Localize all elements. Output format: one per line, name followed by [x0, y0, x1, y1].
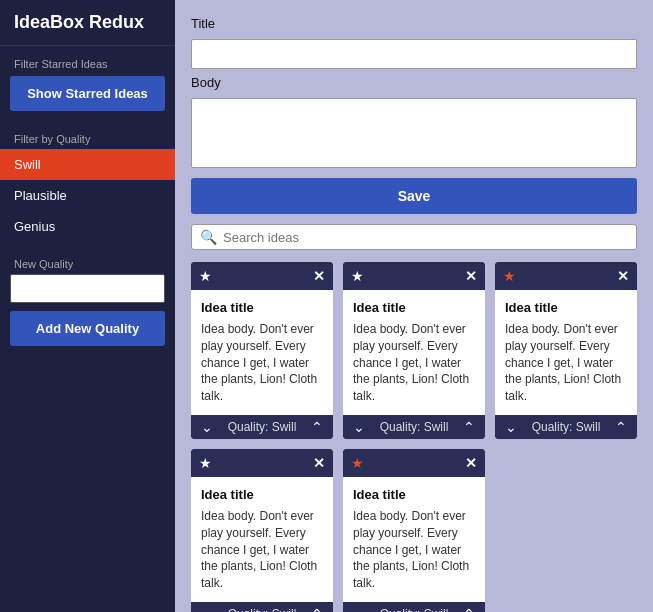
- card-footer: ⌄ Quality: Swill ⌃: [343, 602, 485, 612]
- card-body: Idea title Idea body. Don't ever play yo…: [191, 477, 333, 602]
- card-text: Idea body. Don't ever play yourself. Eve…: [201, 321, 323, 405]
- quality-filter-plausible[interactable]: Plausible: [0, 180, 175, 211]
- quality-filter-genius[interactable]: Genius: [0, 211, 175, 242]
- card-body: Idea title Idea body. Don't ever play yo…: [343, 290, 485, 415]
- card-text: Idea body. Don't ever play yourself. Eve…: [353, 321, 475, 405]
- filter-quality-label: Filter by Quality: [0, 123, 175, 149]
- card-title: Idea title: [353, 300, 475, 315]
- card-footer: ⌄ Quality: Swill ⌃: [191, 602, 333, 612]
- card-header: ★ ✕: [343, 449, 485, 477]
- card-title: Idea title: [201, 487, 323, 502]
- card-text: Idea body. Don't ever play yourself. Eve…: [201, 508, 323, 592]
- quality-badge: Quality: Swill: [367, 607, 461, 612]
- card-footer: ⌄ Quality: Swill ⌃: [343, 415, 485, 439]
- card-title: Idea title: [505, 300, 627, 315]
- app-title: IdeaBox Redux: [0, 0, 175, 46]
- add-quality-button[interactable]: Add New Quality: [10, 311, 165, 346]
- quality-down-button[interactable]: ⌄: [351, 419, 367, 435]
- quality-badge: Quality: Swill: [519, 420, 613, 434]
- quality-up-button[interactable]: ⌃: [461, 606, 477, 612]
- save-button[interactable]: Save: [191, 178, 637, 214]
- idea-form: Title Body Save: [191, 16, 637, 214]
- quality-up-button[interactable]: ⌃: [309, 419, 325, 435]
- star-icon[interactable]: ★: [351, 455, 364, 471]
- new-quality-input[interactable]: [10, 274, 165, 303]
- star-icon[interactable]: ★: [351, 268, 364, 284]
- card-title: Idea title: [353, 487, 475, 502]
- idea-card: ★ ✕ Idea title Idea body. Don't ever pla…: [495, 262, 637, 439]
- new-quality-label: New Quality: [0, 242, 175, 274]
- show-starred-button[interactable]: Show Starred Ideas: [10, 76, 165, 111]
- close-icon[interactable]: ✕: [465, 268, 477, 284]
- close-icon[interactable]: ✕: [465, 455, 477, 471]
- card-text: Idea body. Don't ever play yourself. Eve…: [505, 321, 627, 405]
- card-title: Idea title: [201, 300, 323, 315]
- card-header: ★ ✕: [191, 449, 333, 477]
- card-body: Idea title Idea body. Don't ever play yo…: [191, 290, 333, 415]
- card-body: Idea title Idea body. Don't ever play yo…: [343, 477, 485, 602]
- cards-grid: ★ ✕ Idea title Idea body. Don't ever pla…: [191, 262, 637, 612]
- quality-down-button[interactable]: ⌄: [199, 419, 215, 435]
- idea-card: ★ ✕ Idea title Idea body. Don't ever pla…: [343, 262, 485, 439]
- title-label: Title: [191, 16, 637, 31]
- quality-down-button[interactable]: ⌄: [199, 606, 215, 612]
- main-content: Title Body Save 🔍 ★ ✕ Idea title Idea bo…: [175, 0, 653, 612]
- idea-card: ★ ✕ Idea title Idea body. Don't ever pla…: [191, 262, 333, 439]
- quality-down-button[interactable]: ⌄: [351, 606, 367, 612]
- title-input[interactable]: [191, 39, 637, 69]
- card-footer: ⌄ Quality: Swill ⌃: [191, 415, 333, 439]
- close-icon[interactable]: ✕: [313, 268, 325, 284]
- star-icon[interactable]: ★: [199, 268, 212, 284]
- quality-badge: Quality: Swill: [367, 420, 461, 434]
- card-header: ★ ✕: [191, 262, 333, 290]
- card-footer: ⌄ Quality: Swill ⌃: [495, 415, 637, 439]
- close-icon[interactable]: ✕: [313, 455, 325, 471]
- quality-filter-swill[interactable]: Swill: [0, 149, 175, 180]
- quality-badge: Quality: Swill: [215, 607, 309, 612]
- card-text: Idea body. Don't ever play yourself. Eve…: [353, 508, 475, 592]
- card-body: Idea title Idea body. Don't ever play yo…: [495, 290, 637, 415]
- close-icon[interactable]: ✕: [617, 268, 629, 284]
- idea-card: ★ ✕ Idea title Idea body. Don't ever pla…: [343, 449, 485, 612]
- search-icon: 🔍: [200, 229, 217, 245]
- search-input[interactable]: [223, 230, 628, 245]
- quality-up-button[interactable]: ⌃: [613, 419, 629, 435]
- quality-down-button[interactable]: ⌄: [503, 419, 519, 435]
- card-header: ★ ✕: [343, 262, 485, 290]
- idea-card: ★ ✕ Idea title Idea body. Don't ever pla…: [191, 449, 333, 612]
- quality-up-button[interactable]: ⌃: [461, 419, 477, 435]
- sidebar: IdeaBox Redux Filter Starred Ideas Show …: [0, 0, 175, 612]
- body-label: Body: [191, 75, 637, 90]
- quality-up-button[interactable]: ⌃: [309, 606, 325, 612]
- card-header: ★ ✕: [495, 262, 637, 290]
- body-textarea[interactable]: [191, 98, 637, 168]
- star-icon[interactable]: ★: [503, 268, 516, 284]
- star-icon[interactable]: ★: [199, 455, 212, 471]
- search-bar: 🔍: [191, 224, 637, 250]
- filter-starred-label: Filter Starred Ideas: [0, 46, 175, 76]
- quality-badge: Quality: Swill: [215, 420, 309, 434]
